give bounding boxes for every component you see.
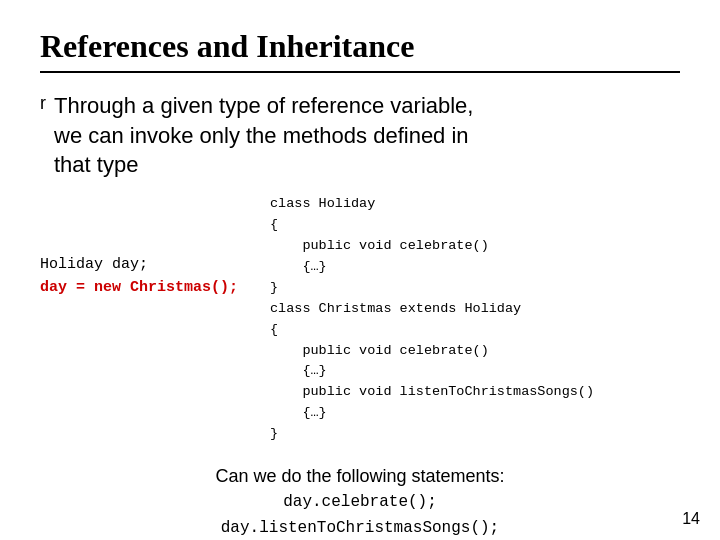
- left-code-line1: Holiday day;: [40, 254, 250, 277]
- rcode-4: }: [270, 278, 680, 299]
- rcode-9: public void listenToChristmasSongs(): [270, 382, 680, 403]
- bottom-code-line1: day.celebrate();: [283, 493, 437, 511]
- bullet-line2: we can invoke only the methods defined i…: [54, 123, 469, 148]
- left-code-line2: day = new Christmas();: [40, 277, 250, 300]
- content-area: r Through a given type of reference vari…: [40, 91, 680, 540]
- bullet-section: r Through a given type of reference vari…: [40, 91, 680, 180]
- rcode-8: {…}: [270, 361, 680, 382]
- bottom-intro: Can we do the following statements:: [215, 463, 504, 490]
- bullet-icon: r: [40, 93, 46, 180]
- rcode-1: {: [270, 215, 680, 236]
- rcode-3: {…}: [270, 257, 680, 278]
- bottom-section: Can we do the following statements: day.…: [40, 463, 680, 540]
- rcode-10: {…}: [270, 403, 680, 424]
- rcode-6: {: [270, 320, 680, 341]
- bullet-line1: Through a given type of reference variab…: [54, 93, 473, 118]
- main-content: Holiday day; day = new Christmas(); clas…: [40, 194, 680, 445]
- slide: References and Inheritance r Through a g…: [0, 0, 720, 540]
- slide-number: 14: [682, 510, 700, 528]
- rcode-5: class Christmas extends Holiday: [270, 299, 680, 320]
- rcode-11: }: [270, 424, 680, 445]
- right-code-box: class Holiday { public void celebrate() …: [270, 194, 680, 445]
- bottom-code: day.celebrate(); day.listenToChristmasSo…: [221, 490, 499, 540]
- left-code: Holiday day; day = new Christmas();: [40, 194, 250, 445]
- rcode-0: class Holiday: [270, 194, 680, 215]
- bullet-line3: that type: [54, 152, 138, 177]
- rcode-7: public void celebrate(): [270, 341, 680, 362]
- bottom-code-line2: day.listenToChristmasSongs();: [221, 519, 499, 537]
- rcode-2: public void celebrate(): [270, 236, 680, 257]
- bullet-text: Through a given type of reference variab…: [54, 91, 473, 180]
- slide-title: References and Inheritance: [40, 28, 680, 73]
